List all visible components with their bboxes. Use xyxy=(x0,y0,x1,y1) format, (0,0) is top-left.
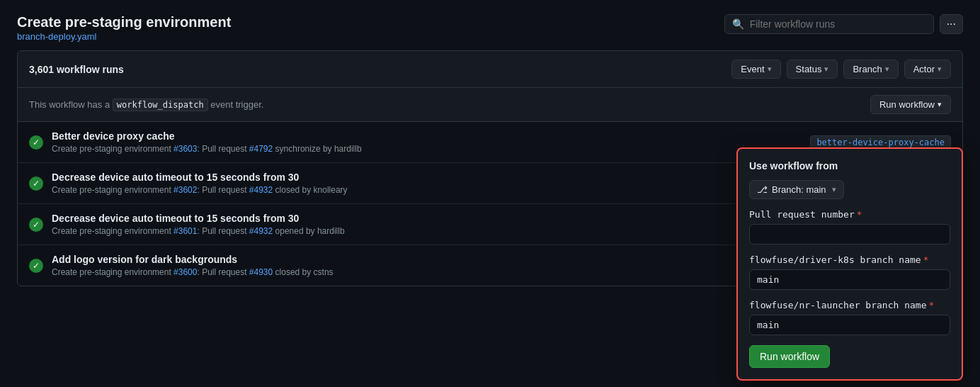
nr-launcher-label: flowfuse/nr-launcher branch name * xyxy=(749,300,950,310)
run-meta: Create pre-staging environment #3602: Pu… xyxy=(52,185,802,195)
run-info: Decrease device auto timeout to 15 secon… xyxy=(52,172,802,195)
dispatch-code: workflow_dispatch xyxy=(113,99,208,111)
event-filter-button[interactable]: Event xyxy=(731,60,780,79)
run-number-link[interactable]: #3602 xyxy=(173,185,197,195)
run-title[interactable]: Decrease device auto timeout to 15 secon… xyxy=(52,172,802,183)
branch-icon: ⎇ xyxy=(757,184,768,195)
status-icon-success: ✓ xyxy=(29,135,43,150)
driver-k8s-input[interactable] xyxy=(749,269,950,290)
required-star-1: * xyxy=(857,209,862,220)
run-title[interactable]: Decrease device auto timeout to 15 secon… xyxy=(52,213,802,224)
page-title: Create pre-staging environment xyxy=(17,14,231,30)
run-workflow-submit-button[interactable]: Run workflow xyxy=(749,345,830,368)
driver-k8s-label: flowfuse/driver-k8s branch name * xyxy=(749,254,950,265)
run-number-link[interactable]: #3603 xyxy=(173,144,197,154)
branch-filter-button[interactable]: Branch xyxy=(843,60,898,79)
run-workflow-dropdown: Use workflow from ⎇ Branch: main Pull re… xyxy=(736,147,963,381)
dispatch-banner: This workflow has a workflow_dispatch ev… xyxy=(18,88,962,122)
run-title[interactable]: Add logo version for dark backgrounds xyxy=(52,254,807,265)
status-filter-button[interactable]: Status xyxy=(787,60,838,79)
branch-select-button[interactable]: ⎇ Branch: main xyxy=(749,180,844,199)
toolbar: 3,601 workflow runs Event Status Branch … xyxy=(18,51,962,88)
pr-link[interactable]: #4932 xyxy=(249,226,273,236)
page-subtitle: branch-deploy.yaml xyxy=(17,30,231,42)
filter-group: Event Status Branch Actor xyxy=(731,60,951,79)
pull-request-input[interactable] xyxy=(749,224,950,245)
more-options-button[interactable]: ··· xyxy=(940,14,963,34)
run-number-link[interactable]: #3600 xyxy=(173,267,197,277)
page-header: Create pre-staging environment branch-de… xyxy=(0,0,980,50)
run-count: 3,601 workflow runs xyxy=(29,64,124,75)
workflow-file-link[interactable]: branch-deploy.yaml xyxy=(17,31,96,42)
run-info: Decrease device auto timeout to 15 secon… xyxy=(52,213,802,236)
run-info: Better device proxy cache Create pre-sta… xyxy=(52,130,802,154)
pr-link[interactable]: #4792 xyxy=(249,144,273,154)
required-star-2: * xyxy=(923,254,929,265)
pull-request-label: Pull request number * xyxy=(749,209,950,220)
required-star-3: * xyxy=(928,300,934,310)
run-meta: Create pre-staging environment #3600: Pu… xyxy=(52,267,807,277)
nr-launcher-input[interactable] xyxy=(749,315,950,335)
status-icon-success: ✓ xyxy=(29,176,43,191)
run-info: Add logo version for dark backgrounds Cr… xyxy=(52,254,807,277)
run-workflow-button[interactable]: Run workflow xyxy=(870,95,951,114)
run-meta: Create pre-staging environment #3601: Pu… xyxy=(52,226,802,236)
run-title[interactable]: Better device proxy cache xyxy=(52,130,802,142)
status-icon-success: ✓ xyxy=(29,218,43,232)
search-icon: 🔍 xyxy=(732,18,744,30)
status-icon-success: ✓ xyxy=(29,259,43,273)
pr-link[interactable]: #4932 xyxy=(249,185,273,195)
search-input[interactable] xyxy=(750,18,926,30)
header-actions: 🔍 ··· xyxy=(724,14,963,34)
branch-select-label: Branch: main xyxy=(772,184,826,195)
dropdown-title: Use workflow from xyxy=(749,160,950,172)
pr-link[interactable]: #4930 xyxy=(249,267,273,277)
dispatch-text: This workflow has a workflow_dispatch ev… xyxy=(29,99,263,110)
run-number-link[interactable]: #3601 xyxy=(173,226,197,236)
run-meta: Create pre-staging environment #3603: Pu… xyxy=(52,144,802,154)
search-box: 🔍 xyxy=(724,14,934,34)
page-title-section: Create pre-staging environment branch-de… xyxy=(17,14,231,42)
actor-filter-button[interactable]: Actor xyxy=(904,60,951,79)
